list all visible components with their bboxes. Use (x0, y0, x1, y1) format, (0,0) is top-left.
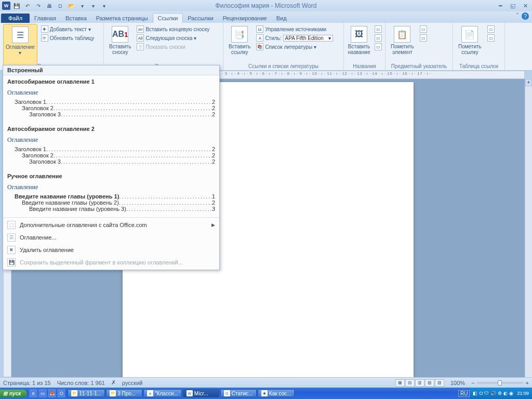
toc-gallery-dropdown: Встроенный Автособираемое оглавление 1 О… (3, 65, 220, 270)
tab-review[interactable]: Рецензирование (218, 14, 272, 23)
proofing-icon[interactable]: ✗ (111, 379, 116, 386)
toc-auto1-label[interactable]: Автособираемое оглавление 1 (3, 75, 219, 86)
window-controls: ━ ◱ ✕ (496, 2, 530, 9)
caption-extra-1[interactable]: ▭ (373, 25, 383, 33)
tab-view[interactable]: Вид (272, 14, 291, 23)
toc-auto1-preview[interactable]: Оглавление Заголовок 1..................… (3, 86, 219, 123)
tray-icon[interactable]: ◐ (503, 391, 508, 396)
tray-icon[interactable]: ◉ (509, 391, 513, 396)
new-doc-icon[interactable]: 🗋 (56, 1, 65, 10)
task-5[interactable]: OСтатис... (220, 389, 257, 397)
tab-references[interactable]: Ссылки (153, 13, 183, 23)
folder-icon: 📁 (71, 390, 77, 396)
zoom-level[interactable]: 100% (450, 380, 465, 386)
task-word[interactable]: WMicr... (183, 389, 219, 397)
citation-style-select[interactable]: AСтиль: APA Fifth Edition▾ (255, 34, 334, 42)
toa-extra-2[interactable]: ▭ (486, 34, 496, 42)
tab-file[interactable]: Файл (1, 14, 30, 23)
qat-more-1-icon[interactable]: ▾ (77, 1, 87, 10)
group-captions-label: Названия (344, 63, 385, 69)
print-icon[interactable]: 🖶 (45, 1, 54, 10)
vertical-scrollbar[interactable]: ▲ (525, 79, 532, 377)
group-citations-label: Ссылки и списки литературы (223, 63, 343, 69)
ql-desktop-icon[interactable]: ▭ (38, 389, 47, 397)
tab-home[interactable]: Главная (30, 14, 61, 23)
zoom-out-icon[interactable]: − (471, 380, 474, 386)
chrome-icon: ◉ (261, 390, 268, 396)
qat-customize-icon[interactable]: ▾ (99, 1, 109, 10)
word-app-icon[interactable]: W (2, 2, 10, 10)
status-page[interactable]: Страница: 1 из 15 (3, 380, 51, 386)
ql-opera-icon[interactable]: O (57, 389, 65, 397)
ie-icon: e (147, 390, 153, 396)
print-layout-view-icon[interactable]: ▦ (395, 379, 405, 387)
next-footnote-icon: A₿ (137, 34, 144, 42)
caption-extra-3[interactable]: ▭ (373, 43, 383, 51)
status-language[interactable]: русский (122, 380, 142, 386)
tray-icon[interactable]: O (479, 391, 483, 396)
remove-icon: ✖ (7, 246, 16, 254)
qat-more-2-icon[interactable]: ▾ (88, 1, 98, 10)
task-2[interactable]: 📁3 Про... (106, 389, 142, 397)
tab-layout[interactable]: Разметка страницы (91, 14, 153, 23)
redo-icon[interactable]: ↷ (34, 1, 43, 10)
save-icon[interactable]: 💾 (12, 1, 21, 10)
manage-sources-icon: 🗂 (256, 25, 263, 33)
caption-extra-2[interactable]: ▭ (373, 34, 383, 42)
task-6[interactable]: ◉Как сос... (258, 389, 295, 397)
toc-manual-label[interactable]: Ручное оглавление (3, 170, 219, 180)
language-indicator[interactable]: RU (458, 390, 470, 397)
horizontal-ruler[interactable]: · 3 · ı · 4 · ı · 5 · ı · 6 · ı · 7 · ı … (218, 71, 525, 79)
tray-icon[interactable]: 🛡 (484, 391, 489, 396)
toc-more-office[interactable]: ⬚Дополнительные оглавления с сайта Offic… (3, 219, 219, 231)
extra-icon: ▭ (487, 34, 495, 42)
help-icon[interactable]: ? (522, 12, 529, 20)
insert-endnote-button[interactable]: abВставить концевую сноску (135, 25, 211, 33)
taskbar-clock[interactable]: 21:09 (517, 391, 529, 396)
index-extra-2[interactable]: ▭ (418, 34, 429, 42)
tray-icon[interactable]: ◧ (473, 391, 477, 396)
close-button[interactable]: ✕ (521, 2, 530, 9)
status-bar: Страница: 1 из 15 Число слов: 1 961 ✗ ру… (0, 377, 532, 388)
toa-extra-1[interactable]: ▭ (486, 25, 496, 33)
ribbon-minimize-icon[interactable]: ˇ (516, 12, 518, 20)
windows-logo-icon: ⊞ (3, 391, 7, 396)
ribbon-tabs: Файл Главная Вставка Разметка страницы С… (0, 11, 532, 23)
toc-custom[interactable]: ☰Оглавление... (3, 231, 219, 244)
quick-access-toolbar: W 💾 ↶ ↷ 🖶 🗋 📂 ▾ ▾ ▾ (0, 1, 109, 10)
reading-view-icon[interactable]: ▤ (405, 379, 415, 387)
web-layout-view-icon[interactable]: ▥ (415, 379, 424, 387)
minimize-button[interactable]: ━ (496, 2, 505, 9)
toc-manual-preview[interactable]: Оглавление Введите название главы (урове… (3, 180, 219, 217)
draft-view-icon[interactable]: ▨ (435, 379, 444, 387)
tray-icon[interactable]: ⚙ (498, 391, 502, 396)
zoom-thumb[interactable] (498, 380, 502, 385)
add-text-icon: ✚ (41, 25, 48, 33)
zoom-slider[interactable]: − + (471, 380, 529, 386)
opera-icon: O (224, 390, 230, 396)
outline-view-icon[interactable]: ▧ (425, 379, 434, 387)
index-extra-1[interactable]: ▭ (418, 25, 429, 33)
tab-insert[interactable]: Вставка (61, 14, 91, 23)
open-icon[interactable]: 📂 (66, 1, 76, 10)
ql-ie-icon[interactable]: e (29, 389, 37, 397)
scroll-up-icon[interactable]: ▲ (525, 79, 532, 86)
maximize-button[interactable]: ◱ (508, 2, 517, 9)
zoom-in-icon[interactable]: + (526, 380, 529, 386)
status-words[interactable]: Число слов: 1 961 (57, 380, 105, 386)
task-3[interactable]: e"Класси... (143, 389, 182, 397)
undo-icon[interactable]: ↶ (23, 1, 32, 10)
ql-firefox-icon[interactable]: 🦊 (48, 389, 56, 397)
update-table-button[interactable]: ⟳Обновить таблицу (39, 34, 96, 42)
toc-auto2-label[interactable]: Автособираемое оглавление 2 (3, 123, 219, 133)
start-button[interactable]: ⊞пуск (0, 390, 27, 397)
tab-mailings[interactable]: Рассылки (183, 14, 218, 23)
bibliography-button[interactable]: 📚Список литературы ▾ (255, 43, 334, 51)
toc-remove[interactable]: ✖Удалить оглавление (3, 244, 219, 256)
toc-auto2-preview[interactable]: Оглавление Заголовок 1..................… (3, 133, 219, 170)
next-footnote-button[interactable]: A₿Следующая сноска ▾ (135, 34, 211, 42)
task-1[interactable]: 📁11-11-1... (68, 389, 105, 397)
add-text-button[interactable]: ✚Добавить текст ▾ (39, 25, 96, 33)
tray-icon[interactable]: 🔊 (490, 391, 496, 396)
manage-sources-button[interactable]: 🗂Управление источниками (255, 25, 334, 33)
